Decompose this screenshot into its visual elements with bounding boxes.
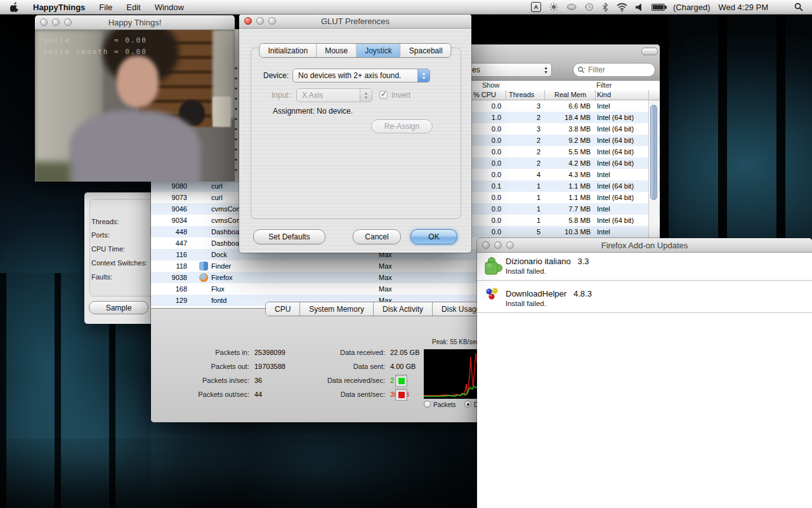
- menu-edit[interactable]: Edit: [126, 3, 140, 12]
- ok-button[interactable]: OK: [410, 229, 457, 244]
- addon-status: Install failed.: [506, 267, 546, 275]
- firefox-icon: [199, 273, 208, 282]
- packets-out-label: Packets out:: [211, 363, 249, 370]
- window-firefox-addon-updates: Firefox Add-on Updates Dizionario italia…: [477, 238, 812, 508]
- cell-threads: 1: [506, 180, 540, 192]
- cell-kind: Intel (64 bit): [597, 215, 634, 226]
- cell-mem: 3.8 MB: [544, 123, 591, 135]
- faults-label: Faults:: [91, 273, 112, 281]
- brightness-icon[interactable]: [549, 2, 558, 12]
- set-defaults-button[interactable]: Set Defaults: [253, 229, 325, 244]
- time-machine-icon[interactable]: [585, 2, 594, 12]
- cell-pid: 9046: [152, 203, 187, 215]
- cell-pid: 447: [152, 237, 187, 249]
- cell-kind: Intel (64 bit): [597, 180, 634, 192]
- smile-readout: smile = 0.00: [43, 36, 147, 44]
- firefox-updates-titlebar[interactable]: Firefox Add-on Updates: [477, 238, 812, 253]
- preferences-tabs: Initialization Mouse Joystick Spaceball: [259, 43, 451, 58]
- cell-threads: 1: [506, 203, 540, 215]
- minimize-icon[interactable]: [256, 17, 264, 25]
- column-divider: [544, 90, 545, 100]
- tab-initialization[interactable]: Initialization: [259, 44, 317, 57]
- search-input[interactable]: [587, 65, 644, 75]
- volume-icon[interactable]: [636, 2, 643, 12]
- cell-kind: Intel (64 bit): [597, 135, 634, 146]
- addon-name: Dizionario italiano: [506, 257, 571, 266]
- cell-max: Max: [379, 283, 392, 295]
- spotlight-icon[interactable]: [794, 2, 803, 12]
- sample-button[interactable]: Sample: [89, 301, 148, 314]
- cell-name: Firefox: [211, 272, 233, 283]
- sent-color-well[interactable]: [395, 389, 407, 401]
- wifi-icon[interactable]: [617, 2, 627, 12]
- sent-color-swatch: [398, 392, 405, 398]
- finder-icon: [199, 262, 208, 271]
- cell-max: Max: [379, 260, 392, 272]
- window-glut-preferences: GLUT Preferences Initialization Mouse Jo…: [239, 14, 471, 253]
- close-icon[interactable]: [482, 241, 490, 249]
- cancel-button[interactable]: Cancel: [353, 229, 401, 244]
- device-popup[interactable]: No devices with 2+ axis found. ▲▼: [292, 69, 430, 83]
- battery-icon[interactable]: [652, 4, 665, 11]
- data-radio[interactable]: [464, 401, 471, 408]
- window-happy-things: Happy Things! smile = 0.00 smile smooth …: [35, 15, 235, 181]
- column-divider: [595, 90, 596, 100]
- filter-search-field[interactable]: [573, 63, 655, 77]
- received-color-well[interactable]: [395, 375, 407, 387]
- addon-item-title[interactable]: Dizionario italiano 3.3: [506, 257, 589, 266]
- minimize-icon[interactable]: [494, 241, 502, 249]
- reassign-button[interactable]: Re-Assign: [371, 119, 433, 133]
- invert-checkbox[interactable]: [379, 91, 388, 99]
- glut-titlebar[interactable]: GLUT Preferences: [239, 14, 471, 29]
- input-label: Input:: [239, 91, 291, 100]
- close-icon[interactable]: [244, 17, 252, 25]
- tab-joystick[interactable]: Joystick: [357, 44, 401, 57]
- apple-menu-icon[interactable]: [10, 2, 19, 12]
- packets-radio[interactable]: [424, 401, 431, 408]
- tab-disk-activity[interactable]: Disk Activity: [374, 302, 433, 316]
- column-threads[interactable]: Threads: [509, 91, 534, 98]
- menu-file[interactable]: File: [99, 3, 112, 12]
- packets-in-sec-label: Packets in/sec:: [202, 377, 249, 384]
- cell-pid: 129: [152, 295, 187, 306]
- app-menu-title[interactable]: HappyThings: [33, 3, 85, 12]
- minimize-icon[interactable]: [52, 18, 60, 26]
- tab-system-memory[interactable]: System Memory: [300, 302, 374, 316]
- window-title: Firefox Add-on Updates: [601, 241, 688, 250]
- zoom-icon[interactable]: [268, 17, 276, 25]
- menu-bar-clock[interactable]: Wed 4:29 PM: [718, 3, 768, 12]
- display-menu-icon[interactable]: [566, 2, 577, 12]
- addon-item-title[interactable]: DownloadHelper 4.8.3: [506, 289, 592, 298]
- popup-value-fragment: es: [472, 65, 480, 74]
- packets-in-value: 25398099: [254, 349, 285, 356]
- tab-cpu[interactable]: CPU: [266, 302, 300, 316]
- tab-spaceball[interactable]: Spaceball: [401, 44, 451, 57]
- cell-threads: 1: [506, 192, 540, 203]
- bluetooth-icon[interactable]: [602, 2, 608, 12]
- cell-mem: 1.1 MB: [544, 192, 591, 203]
- cell-name: Flux: [211, 283, 225, 295]
- cell-pid: 9034: [152, 215, 187, 226]
- cell-threads: 5: [506, 226, 540, 237]
- packets-out-sec-value: 44: [254, 391, 262, 398]
- cell-pid: 9080: [152, 180, 187, 192]
- happy-things-titlebar[interactable]: Happy Things!: [35, 15, 235, 30]
- window-title: GLUT Preferences: [321, 17, 390, 26]
- menu-window[interactable]: Window: [155, 3, 184, 12]
- input-popup[interactable]: X Axis ▲▼: [296, 88, 372, 102]
- tab-mouse[interactable]: Mouse: [317, 44, 357, 57]
- zoom-icon[interactable]: [506, 241, 514, 249]
- battery-status-text[interactable]: (Charged): [673, 3, 710, 12]
- cell-mem: 10.3 MB: [544, 226, 591, 237]
- toolbar-toggle-pill[interactable]: [641, 48, 658, 55]
- column-kind[interactable]: Kind: [597, 91, 611, 98]
- scrollbar-thumb[interactable]: [650, 105, 657, 200]
- close-icon[interactable]: [40, 18, 48, 26]
- column-cpu[interactable]: % CPU: [473, 91, 496, 98]
- input-source-icon[interactable]: A: [531, 2, 541, 12]
- column-real-mem[interactable]: Real Mem: [554, 91, 586, 98]
- filter-label: Filter: [596, 81, 612, 89]
- cell-kind: Intel (64 bit): [597, 123, 634, 135]
- zoom-icon[interactable]: [64, 18, 72, 26]
- cell-pid: 448: [152, 226, 187, 237]
